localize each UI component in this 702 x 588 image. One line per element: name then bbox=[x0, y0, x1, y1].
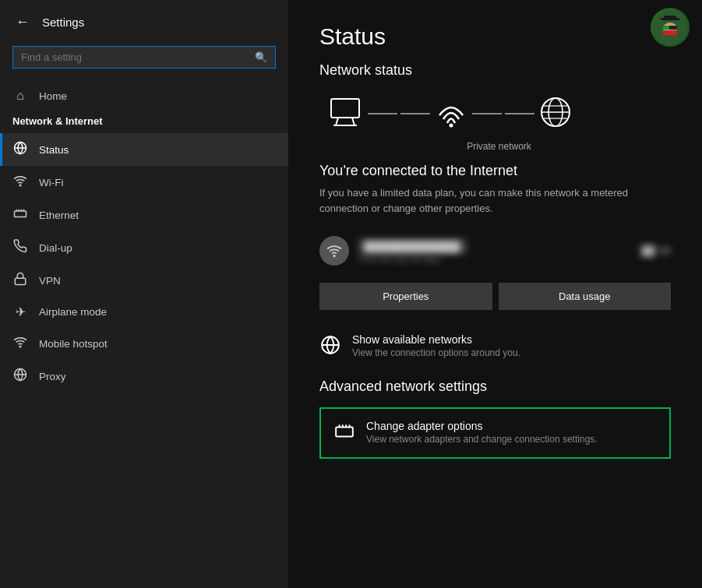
show-networks-desc: View the connection options around you. bbox=[352, 347, 520, 358]
hotspot-label: Mobile hotspot bbox=[39, 338, 108, 350]
action-buttons: Properties Data usage bbox=[319, 283, 671, 310]
search-input[interactable] bbox=[21, 51, 249, 63]
sidebar-item-dialup[interactable]: Dial-up bbox=[0, 231, 288, 264]
network-sub: From the last 30 days bbox=[358, 254, 467, 263]
connected-title: You're connected to the Internet bbox=[319, 163, 671, 179]
network-name: ████████████ bbox=[358, 239, 467, 254]
main-panel: Status Network status bbox=[288, 0, 702, 588]
sidebar-item-airplane[interactable]: ✈ Airplane mode bbox=[0, 297, 288, 327]
mascot-svg bbox=[653, 10, 687, 44]
search-icon: 🔍 bbox=[255, 51, 267, 63]
adapter-options-card[interactable]: Change adapter options View network adap… bbox=[319, 407, 671, 459]
sidebar-title: Settings bbox=[42, 16, 84, 29]
svg-rect-18 bbox=[663, 30, 677, 35]
network-diagram bbox=[319, 93, 671, 135]
svg-line-21 bbox=[352, 118, 355, 125]
show-networks-item[interactable]: Show available networks View the connect… bbox=[319, 330, 671, 363]
sidebar-item-proxy[interactable]: Proxy bbox=[0, 360, 288, 393]
home-icon: ⌂ bbox=[12, 89, 28, 103]
ethernet-icon bbox=[12, 206, 28, 224]
network-status-title: Network status bbox=[319, 62, 671, 79]
connected-desc: If you have a limited data plan, you can… bbox=[319, 185, 671, 216]
network-details: ████████████ From the last 30 days bbox=[358, 239, 467, 263]
sidebar-item-home[interactable]: ⌂ Home bbox=[0, 79, 288, 112]
advanced-title: Advanced network settings bbox=[319, 379, 671, 395]
adapter-icon bbox=[333, 421, 355, 446]
svg-rect-14 bbox=[664, 16, 676, 19]
airplane-icon: ✈ bbox=[12, 305, 28, 319]
airplane-label: Airplane mode bbox=[39, 306, 107, 318]
proxy-label: Proxy bbox=[39, 371, 66, 382]
svg-point-29 bbox=[333, 255, 335, 257]
svg-line-20 bbox=[336, 118, 338, 125]
wifi-label: Wi-Fi bbox=[39, 177, 63, 188]
svg-rect-17 bbox=[663, 26, 669, 30]
svg-rect-32 bbox=[336, 428, 353, 437]
sidebar-item-hotspot[interactable]: Mobile hotspot bbox=[0, 327, 288, 360]
main-content: Status Network status bbox=[288, 0, 702, 588]
sidebar-header: ← Settings bbox=[0, 0, 288, 41]
vpn-label: VPN bbox=[39, 275, 61, 287]
router-icon bbox=[432, 96, 471, 132]
dialup-icon bbox=[12, 239, 28, 256]
sidebar: ← Settings 🔍 ⌂ Home Network & Internet S… bbox=[0, 0, 288, 588]
network-info-row: ████████████ From the last 30 days ██ GB bbox=[319, 230, 671, 272]
dialup-label: Dial-up bbox=[39, 242, 72, 254]
sidebar-item-status[interactable]: Status bbox=[0, 133, 288, 166]
network-data-usage: ██ GB bbox=[641, 245, 671, 256]
network-line-1 bbox=[368, 113, 397, 114]
svg-rect-8 bbox=[15, 278, 26, 284]
show-networks-icon bbox=[319, 335, 341, 360]
computer-icon bbox=[327, 96, 366, 132]
ethernet-label: Ethernet bbox=[39, 209, 79, 221]
adapter-text: Change adapter options View network adap… bbox=[366, 420, 598, 445]
sidebar-item-ethernet[interactable]: Ethernet bbox=[0, 199, 288, 231]
network-line-3 bbox=[472, 113, 502, 114]
svg-rect-19 bbox=[331, 99, 359, 118]
network-line-4 bbox=[505, 113, 534, 114]
svg-rect-3 bbox=[15, 211, 26, 217]
svg-point-9 bbox=[19, 346, 21, 347]
network-avatar bbox=[319, 236, 349, 266]
vpn-icon bbox=[12, 272, 28, 289]
svg-point-2 bbox=[19, 185, 21, 186]
sidebar-item-vpn[interactable]: VPN bbox=[0, 264, 288, 297]
properties-button[interactable]: Properties bbox=[319, 283, 492, 310]
svg-point-23 bbox=[450, 124, 453, 128]
status-icon bbox=[12, 141, 28, 158]
proxy-icon bbox=[12, 368, 28, 385]
network-info-left: ████████████ From the last 30 days bbox=[319, 236, 467, 266]
hotspot-icon bbox=[12, 335, 28, 352]
section-label: Network & Internet bbox=[0, 112, 288, 133]
network-label: Private network bbox=[319, 141, 671, 152]
adapter-title: Change adapter options bbox=[366, 420, 598, 432]
show-networks-title: Show available networks bbox=[352, 333, 520, 346]
back-button[interactable]: ← bbox=[12, 11, 33, 33]
page-title: Status bbox=[319, 23, 671, 50]
sidebar-item-wifi[interactable]: Wi-Fi bbox=[0, 166, 288, 199]
data-usage-button[interactable]: Data usage bbox=[499, 283, 672, 310]
status-label: Status bbox=[39, 144, 69, 156]
search-box[interactable]: 🔍 bbox=[12, 46, 276, 69]
wifi-icon bbox=[12, 174, 28, 191]
mascot-avatar bbox=[651, 8, 690, 47]
home-label: Home bbox=[39, 90, 67, 102]
globe-icon bbox=[536, 93, 575, 135]
adapter-desc: View network adapters and change connect… bbox=[366, 434, 598, 445]
network-line-2 bbox=[400, 113, 430, 114]
show-networks-text: Show available networks View the connect… bbox=[352, 333, 520, 358]
